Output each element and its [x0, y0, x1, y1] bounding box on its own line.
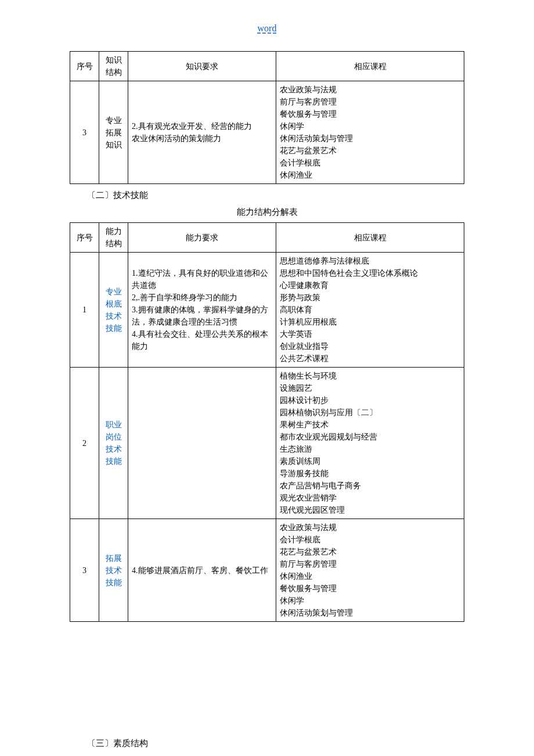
cell-req: 2.具有观光农业开发、经营的能力 农业休闲活动的策划能力	[128, 81, 276, 184]
table-header-row: 序号 知识 结构 知识要求 相应课程	[70, 52, 464, 81]
table-row: 1 专业 根底 技术 技能 1.遵纪守法，具有良好的职业道德和公共道德 2,.善…	[70, 253, 464, 368]
cell-struct: 专业 拓展 知识	[99, 81, 128, 184]
cell-struct: 职业 岗位 技术 技能	[99, 368, 128, 519]
cell-req: 1.遵纪守法，具有良好的职业道德和公共道德 2,.善于自学和终身学习的能力 3.…	[128, 253, 276, 368]
table-row: 3 专业 拓展 知识 2.具有观光农业开发、经营的能力 农业休闲活动的策划能力 …	[70, 81, 464, 184]
th-req: 能力要求	[128, 223, 276, 253]
cell-num: 2	[70, 368, 99, 519]
cell-struct: 专业 根底 技术 技能	[99, 253, 128, 368]
cell-num: 3	[70, 519, 99, 622]
th-course: 相应课程	[276, 52, 464, 81]
th-num: 序号	[70, 52, 99, 81]
table-2-caption: 能力结构分解表	[70, 207, 464, 218]
th-struct: 知识 结构	[99, 52, 128, 81]
cell-req	[128, 368, 276, 519]
section-2-title: 〔二〕技术技能	[87, 190, 464, 201]
table-row: 2 职业 岗位 技术 技能 植物生长与环境 设施园艺 园林设计初步 园林植物识别…	[70, 368, 464, 519]
ability-table: 序号 能力 结构 能力要求 相应课程 1 专业 根底 技术 技能 1.遵纪守法，…	[70, 222, 464, 622]
cell-req: 4.能够进展酒店前厅、客房、餐饮工作	[128, 519, 276, 622]
th-course: 相应课程	[276, 223, 464, 253]
table-header-row: 序号 能力 结构 能力要求 相应课程	[70, 223, 464, 253]
cell-num: 3	[70, 81, 99, 184]
knowledge-table: 序号 知识 结构 知识要求 相应课程 3 专业 拓展 知识 2.具有观光农业开发…	[70, 51, 464, 184]
cell-struct: 拓展 技术 技能	[99, 519, 128, 622]
th-num: 序号	[70, 223, 99, 253]
th-struct: 能力 结构	[99, 223, 128, 253]
cell-course: 农业政策与法规 前厅与客房管理 餐饮服务与管理 休闲学 休闲活动策划与管理 花艺…	[276, 81, 464, 184]
table-row: 3 拓展 技术 技能 4.能够进展酒店前厅、客房、餐饮工作 农业政策与法规 会计…	[70, 519, 464, 622]
th-req: 知识要求	[128, 52, 276, 81]
cell-course: 思想道德修养与法律根底 思想和中国特色社会主义理论体系概论 心理健康教育 形势与…	[276, 253, 464, 368]
word-link[interactable]: word	[258, 23, 277, 33]
cell-num: 1	[70, 253, 99, 368]
page-container: word 序号 知识 结构 知识要求 相应课程 3 专业 拓展 知识 2.具有观…	[70, 23, 464, 756]
header-word: word	[70, 23, 464, 34]
section-3-title: 〔三〕素质结构	[87, 738, 464, 749]
cell-course: 农业政策与法规 会计学根底 花艺与盆景艺术 前厅与客房管理 休闲渔业 餐饮服务与…	[276, 519, 464, 622]
cell-course: 植物生长与环境 设施园艺 园林设计初步 园林植物识别与应用〔二〕 果树生产技术 …	[276, 368, 464, 519]
